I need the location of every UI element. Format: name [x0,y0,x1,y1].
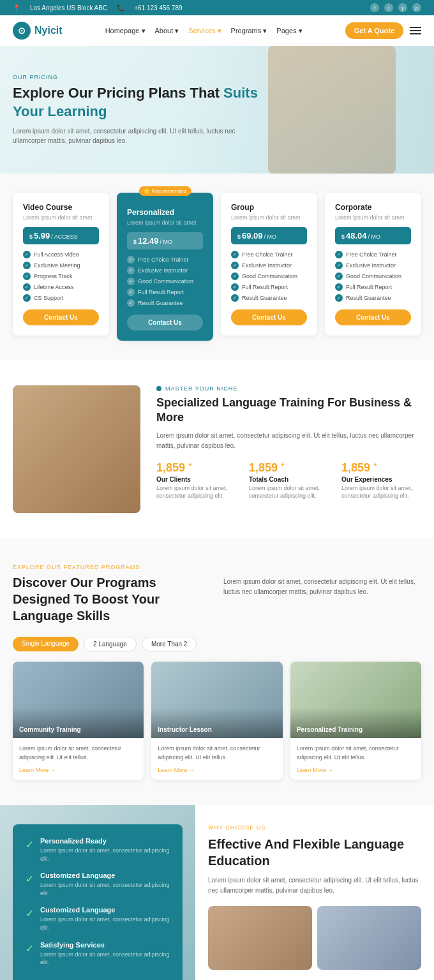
learn-more-community[interactable]: Learn More → [19,767,137,773]
feature-item: ✓ Full Result Report [335,283,411,291]
tab-single-language[interactable]: Single Language [13,637,79,651]
price-badge-personalized: $ 12.49 / MO [127,232,203,249]
card-desc-corporate: Lorem ipsum dolor sit amet [335,214,411,221]
check-icon-4: ✓ [26,942,34,967]
programs-header: EXPLORE OUR FEATURED PROGRAMS Discover O… [13,564,421,624]
img-overlay [290,708,421,738]
program-card-title-overlay: Instructor Lesson [158,726,211,733]
nav-homepage[interactable]: Homepage ▾ [105,27,146,35]
pricing-cards: Video Course Lorem ipsum dolor sit amet … [13,193,421,341]
hero-label: OUR PRICING [13,74,268,80]
check-icon: ✓ [23,262,31,269]
nav-programs[interactable]: Programs ▾ [231,27,267,35]
price-badge-corporate: $ 48.04 / MO [335,227,411,244]
stat-coaches: 1,859 + Totals Coach Lorem ipsum dolor s… [249,461,329,500]
navbar: ⊙ Nyicit Homepage ▾ About ▾ Services ▾ P… [0,15,434,46]
why-feature-2: ✓ Customized Language Lorem ipsum dolor … [26,872,170,897]
stat-experiences-desc: Lorem ipsum dolor sit amet, consectetur … [341,484,421,500]
check-icon: ✓ [335,262,343,269]
phone-text: +61 123 456 789 [134,4,182,11]
program-card-img-community: Community Training [13,662,144,738]
feature-item: ✓ Full Result Report [127,288,203,296]
facebook-icon[interactable]: f [370,3,379,12]
program-card-personalized-training: Personalized Training Lorem ipsum dolor … [290,662,421,780]
specialization-image [13,385,140,513]
feature-item: ✓ Full Access Video [23,251,99,258]
programs-title: Discover Our Programs Designed To Boost … [13,574,211,624]
get-quote-button[interactable]: Get A Quote [345,22,403,39]
spec-title: Specialized Language Training For Busine… [156,396,421,426]
pricing-card-personalized: ⭐ Recommended Personalized Lorem ipsum d… [117,193,213,341]
stat-experiences-number: 1,859 + [341,461,421,475]
nav-pages[interactable]: Pages ▾ [276,27,302,35]
top-bar: 📍 Los Angeles US Block ABC 📞 +61 123 456… [0,0,434,15]
why-features-container: ✓ Personalized Ready Lorem ipsum dolor s… [13,824,183,980]
phone-icon: 📞 [117,4,124,11]
why-feature-1: ✓ Personalized Ready Lorem ipsum dolor s… [26,837,170,863]
feature-item: ✓ Result Guarantee [231,294,307,302]
check-icon: ✓ [127,299,135,307]
spec-label: MASTER YOUR NICHE [156,385,421,392]
logo[interactable]: ⊙ Nyicit [13,22,63,40]
tab-2-language[interactable]: 2 Language [84,637,137,651]
nav-services[interactable]: Services ▾ [188,27,221,35]
stat-experiences-label: Our Experiences [341,476,421,483]
card-title-group: Group [231,203,307,212]
spec-description: Lorem ipsum dolor sit amet, consectetur … [156,431,421,451]
card-desc-group: Lorem ipsum dolor sit amet [231,214,307,221]
pinterest-icon[interactable]: p [412,3,421,12]
programs-section: EXPLORE OUR FEATURED PROGRAMS Discover O… [0,538,434,805]
contact-button-personalized[interactable]: Contact Us [127,315,203,330]
check-icon: ✓ [127,267,135,274]
program-card-body-community: Lorem ipsum dolor sit amet, consectetur … [13,738,144,780]
check-icon: ✓ [231,272,239,280]
check-icon: ✓ [231,251,239,258]
card-desc-personalized: Lorem ipsum dolor sit amet [127,219,203,226]
youtube-icon[interactable]: y [398,3,407,12]
why-right: WHY CHOOSE US Effective And Flexible Lan… [195,805,434,980]
hamburger-menu[interactable] [410,27,421,34]
check-icon: ✓ [127,288,135,296]
check-icon-2: ✓ [26,873,34,897]
nav-about[interactable]: About ▾ [155,27,179,35]
check-icon: ✓ [335,272,343,280]
hero-description: Lorem ipsum dolor sit amet, consectetur … [13,126,268,145]
feature-item: ✓ Good Communication [335,272,411,280]
hero-image [268,46,396,174]
feature-list-group: ✓ Free Choice Trainer ✓ Exclusive Instru… [231,251,307,302]
card-title-personalized: Personalized [127,208,203,217]
programs-tabs: Single Language 2 Language More Than 2 [13,637,421,651]
contact-button-corporate[interactable]: Contact Us [335,309,411,325]
feature-item: ✓ Exclusive Meeting [23,262,99,269]
feature-item: ✓ Free Choice Trainer [231,251,307,258]
twitter-icon[interactable]: t [384,3,393,12]
programs-label: EXPLORE OUR FEATURED PROGRAMS [13,564,211,570]
check-icon: ✓ [23,283,31,291]
program-card-desc-instructor: Lorem ipsum dolor sit amet, consectetur … [158,745,276,762]
img-overlay [13,708,144,738]
check-icon: ✓ [231,283,239,291]
hero-content: OUR PRICING Explore Our Pricing Plans Th… [13,74,268,145]
tab-more-than-2[interactable]: More Than 2 [142,637,197,651]
check-icon: ✓ [335,251,343,258]
feature-item: ✓ Lifetime Access [23,283,99,291]
learn-more-personalized[interactable]: Learn More → [297,767,415,773]
stat-coaches-desc: Lorem ipsum dolor sit amet, consectetur … [249,484,329,500]
feature-list-video: ✓ Full Access Video ✓ Exclusive Meeting … [23,251,99,302]
why-label: WHY CHOOSE US [208,824,421,831]
specialization-content: MASTER YOUR NICHE Specialized Language T… [156,385,421,500]
contact-button-group[interactable]: Contact Us [231,309,307,325]
learn-more-instructor[interactable]: Learn More → [158,767,276,773]
why-feature-1-content: Personalized Ready Lorem ipsum dolor sit… [40,837,170,863]
recommended-badge: ⭐ Recommended [138,186,191,196]
pricing-card-video: Video Course Lorem ipsum dolor sit amet … [13,193,109,336]
brand-name: Nyicit [34,25,63,36]
contact-button-video[interactable]: Contact Us [23,309,99,325]
top-bar-left: 📍 Los Angeles US Block ABC 📞 +61 123 456… [13,4,183,11]
img-overlay [151,708,282,738]
why-feature-2-content: Customized Language Lorem ipsum dolor si… [40,872,170,897]
stat-clients: 1,859 + Our Clients Lorem ipsum dolor si… [156,461,236,500]
card-desc-video: Lorem ipsum dolor sit amet [23,214,99,221]
program-card-community: Community Training Lorem ipsum dolor sit… [13,662,144,780]
stat-coaches-label: Totals Coach [249,476,329,483]
